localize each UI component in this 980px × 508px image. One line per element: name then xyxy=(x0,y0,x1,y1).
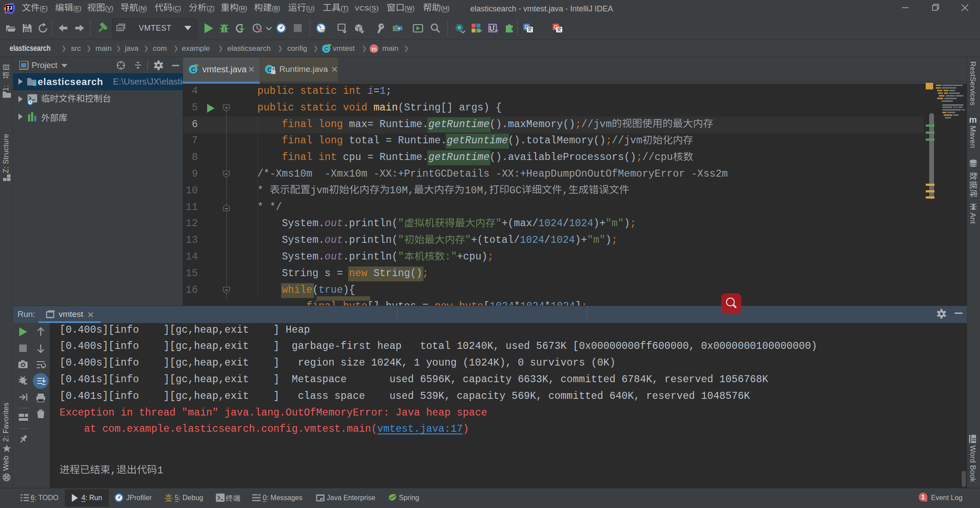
svg-text:C: C xyxy=(324,46,328,52)
svg-text:m: m xyxy=(372,46,377,53)
svg-text:1: 1 xyxy=(921,494,925,501)
svg-text:C: C xyxy=(191,66,196,73)
